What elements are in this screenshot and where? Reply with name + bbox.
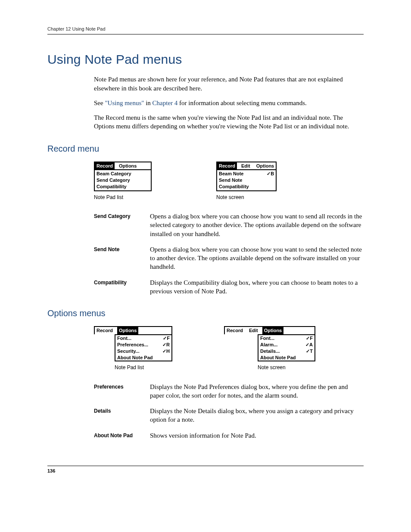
menu-item-label: About Note Pad	[260, 355, 296, 361]
definition-row: Send Note Opens a dialog box where you c…	[94, 245, 364, 271]
intro-paragraph-1: Note Pad menus are shown here for your r…	[94, 75, 364, 93]
menu-item-label: Send Note	[219, 177, 242, 184]
menu-item: About Note Pad	[258, 355, 314, 361]
definition-term: Send Note	[94, 245, 150, 271]
menu-item: Alarm...✓A	[258, 342, 314, 348]
screenshot-caption: Note screen	[216, 194, 244, 201]
menu-item-shortcut: ✓T	[306, 348, 313, 355]
menubar-item: Options	[117, 327, 139, 334]
menu-item: Compatibility	[95, 184, 151, 190]
intro-paragraph-2: See "Using menus" in Chapter 4 for infor…	[94, 99, 364, 107]
record-menu-screenshots: Record Options Beam Category Send Catego…	[94, 162, 364, 201]
palm-menu-box: Record Edit Options	[224, 326, 315, 334]
section-heading-options-menus: Options menus	[47, 308, 364, 319]
menu-item-shortcut: ✓F	[163, 335, 170, 342]
dropdown: Font...✓F Alarm...✓A Details...✓T About …	[258, 334, 315, 361]
menubar-item: Record	[95, 162, 115, 170]
link-chapter-4[interactable]: Chapter 4	[153, 100, 178, 106]
menu-item-label: Send Category	[97, 177, 130, 184]
menu-item-shortcut: ✓B	[267, 171, 274, 177]
menu-item-label: Details...	[260, 348, 280, 355]
definition-row: About Note Pad Shows version information…	[94, 431, 364, 440]
menu-item-label: About Note Pad	[117, 355, 153, 361]
text: for information about selecting menu com…	[177, 100, 307, 106]
menu-item-label: Alarm...	[260, 342, 277, 348]
menubar: Record Edit Options	[217, 162, 276, 171]
definition-desc: Opens a dialog box where you can choose …	[150, 245, 364, 271]
text: See	[94, 100, 105, 106]
options-menus-screenshots: Record Options Font...✓F Preferences...✓…	[94, 326, 364, 371]
definition-row: Details Displays the Note Details dialog…	[94, 407, 364, 424]
palm-menu-assembly: Record Options Font...✓F Preferences...✓…	[94, 326, 172, 361]
running-header: Chapter 12 Using Note Pad	[47, 26, 364, 34]
page-number: 136	[47, 466, 364, 474]
menubar-item: Options	[255, 162, 276, 170]
menubar: Record Edit Options	[225, 327, 314, 334]
menu-item: Preferences...✓R	[115, 342, 171, 348]
menu-item-label: Font...	[260, 335, 274, 342]
menu-item-label: Security...	[117, 348, 140, 355]
definition-desc: Opens a dialog box where you can choose …	[150, 212, 364, 238]
menu-item-label: Beam Category	[97, 171, 131, 177]
screenshot-caption: Note Pad list	[94, 194, 123, 201]
screenshot-record-list: Record Options Beam Category Send Catego…	[94, 162, 152, 201]
menu-item: Beam Note✓B	[217, 171, 276, 177]
definition-term: Send Category	[94, 212, 150, 238]
screenshot-caption: Note screen	[258, 364, 286, 371]
menu-item: Beam Category	[95, 171, 151, 177]
definition-desc: Displays the Note Pad Preferences dialog…	[150, 383, 364, 400]
palm-menu-assembly: Record Edit Options Font...✓F Alarm...✓A…	[224, 326, 315, 361]
definition-row: Preferences Displays the Note Pad Prefer…	[94, 383, 364, 400]
menu-item: Compatibility	[217, 184, 276, 190]
menubar-item: Options	[117, 162, 139, 170]
dropdown: Beam Note✓B Send Note Compatibility	[217, 170, 276, 190]
palm-menu-box: Record Edit Options Beam Note✓B Send Not…	[216, 162, 277, 191]
dropdown-offset: Font...✓F Preferences...✓R Security...✓H…	[115, 334, 172, 361]
definition-row: Send Category Opens a dialog box where y…	[94, 212, 364, 238]
menu-item: Font...✓F	[258, 335, 314, 342]
menu-item: Send Note	[217, 177, 276, 184]
menu-item-shortcut: ✓F	[306, 335, 313, 342]
menu-item: Font...✓F	[115, 335, 171, 342]
text: in	[144, 100, 152, 106]
menubar-item: Options	[262, 327, 284, 334]
menubar-item: Record	[217, 162, 237, 170]
menubar: Record Options	[95, 162, 151, 171]
intro-paragraph-3: The Record menu is the same when you're …	[94, 113, 364, 131]
menubar-item: Record	[225, 327, 245, 334]
screenshot-record-note: Record Edit Options Beam Note✓B Send Not…	[216, 162, 277, 201]
dropdown: Font...✓F Preferences...✓R Security...✓H…	[115, 334, 172, 361]
definition-term: Compatibility	[94, 278, 150, 296]
screenshot-options-note: Record Edit Options Font...✓F Alarm...✓A…	[224, 326, 315, 371]
menu-item-shortcut: ✓R	[162, 342, 170, 348]
menubar-item: Record	[95, 327, 115, 334]
menu-item: Send Category	[95, 177, 151, 184]
intro-block: Note Pad menus are shown here for your r…	[94, 75, 364, 131]
screenshot-caption: Note Pad list	[115, 364, 144, 371]
dropdown: Beam Category Send Category Compatibilit…	[95, 170, 151, 190]
menu-item-shortcut: ✓H	[162, 348, 170, 355]
menu-item-label: Compatibility	[219, 184, 249, 190]
menubar-item: Edit	[240, 162, 252, 170]
definition-term: Preferences	[94, 383, 150, 400]
dropdown-offset: Font...✓F Alarm...✓A Details...✓T About …	[258, 334, 315, 361]
definition-row: Compatibility Displays the Compatibility…	[94, 278, 364, 296]
menubar: Record Options	[95, 327, 171, 334]
definition-term: Details	[94, 407, 150, 424]
screenshot-options-list: Record Options Font...✓F Preferences...✓…	[94, 326, 172, 371]
palm-menu-box: Record Options Beam Category Send Catego…	[94, 162, 152, 191]
definition-desc: Displays the Compatibility dialog box, w…	[150, 278, 364, 296]
palm-menu-box: Record Options	[94, 326, 172, 334]
menu-item: Security...✓H	[115, 348, 171, 355]
page-title: Using Note Pad menus	[47, 51, 364, 68]
menu-item-label: Font...	[117, 335, 131, 342]
menu-item: Details...✓T	[258, 348, 314, 355]
record-menu-definitions: Send Category Opens a dialog box where y…	[94, 212, 364, 296]
menubar-item: Edit	[247, 327, 260, 334]
options-menus-definitions: Preferences Displays the Note Pad Prefer…	[94, 383, 364, 440]
link-using-menus[interactable]: "Using menus"	[105, 100, 144, 106]
definition-desc: Shows version information for Note Pad.	[150, 431, 364, 440]
menu-item: About Note Pad	[115, 355, 171, 361]
definition-desc: Displays the Note Details dialog box, wh…	[150, 407, 364, 424]
definition-term: About Note Pad	[94, 431, 150, 440]
